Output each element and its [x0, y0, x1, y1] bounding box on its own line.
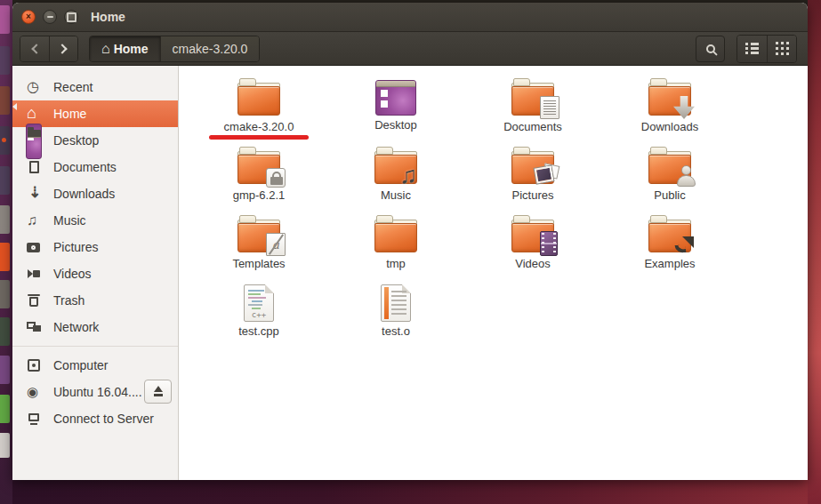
file-cmake-3.20.0[interactable]: cmake-3.20.0 — [190, 78, 327, 147]
sidebar-item-computer[interactable]: Computer — [12, 352, 178, 379]
sidebar-item-desktop[interactable]: Desktop — [12, 127, 178, 154]
list-view-button[interactable] — [737, 36, 767, 62]
file-test.o[interactable]: test.o — [327, 284, 464, 352]
sidebar-item-label: Home — [53, 107, 86, 121]
sidebar-list: Recent Home Desktop Documents Downloads … — [12, 66, 179, 480]
shortcut-emblem-icon — [674, 236, 694, 254]
sidebar-item-downloads[interactable]: Downloads — [12, 180, 178, 207]
sidebar-item-label: Network — [53, 320, 99, 334]
desktop-wallpaper-right — [808, 0, 821, 504]
launcher-icon-sliver[interactable] — [0, 205, 10, 234]
sidebar-item-connect-to-server[interactable]: Connect to Server — [12, 405, 178, 432]
folder-icon — [511, 215, 554, 254]
file-Pictures[interactable]: Pictures — [464, 147, 601, 215]
sidebar-item-label: Recent — [53, 80, 93, 94]
folder-icon — [374, 147, 417, 186]
sidebar-separator — [12, 346, 178, 347]
folder-icon — [648, 147, 691, 186]
maximize-button[interactable] — [64, 10, 78, 24]
folder-icon — [511, 78, 554, 117]
file-gmp-6.2.1[interactable]: gmp-6.2.1 — [190, 147, 327, 215]
sidebar-item-label: Music — [53, 213, 86, 228]
sidebar-item-ubuntu-volume[interactable]: Ubuntu 16.04.... — [12, 379, 178, 405]
launcher-icon-sliver[interactable] — [0, 46, 10, 75]
list-view-icon — [745, 43, 759, 54]
sidebar-item-documents[interactable]: Documents — [12, 154, 178, 180]
breadcrumb-home-label: Home — [114, 42, 149, 56]
launcher-icon-sliver[interactable] — [0, 395, 10, 423]
file-label: Music — [381, 188, 411, 202]
file-label: Downloads — [641, 120, 698, 133]
eject-button[interactable] — [144, 380, 172, 404]
launcher-icon-sliver[interactable] — [0, 356, 10, 384]
file-area: cmake-3.20.0 Desktop Documents Downloads… — [179, 66, 808, 480]
sidebar-item-label: Pictures — [53, 240, 99, 254]
sidebar-item-videos[interactable]: Videos — [12, 260, 178, 287]
videos-icon — [26, 266, 42, 282]
sidebar-item-label: Videos — [53, 267, 92, 281]
music-emblem-icon — [399, 163, 423, 188]
file-test.cpp[interactable]: test.cpp — [190, 284, 327, 352]
launcher-icon-sliver[interactable] — [0, 280, 10, 308]
breadcrumb-home[interactable]: Home — [90, 36, 160, 61]
file-Music[interactable]: Music — [327, 147, 464, 215]
sidebar-item-label: Ubuntu 16.04.... — [53, 385, 142, 399]
file-Desktop[interactable]: Desktop — [327, 78, 464, 147]
back-button[interactable] — [20, 36, 49, 61]
music-icon — [26, 212, 42, 228]
file-label: Documents — [503, 120, 562, 133]
file-label: Public — [654, 188, 685, 202]
sidebar-item-label: Connect to Server — [53, 412, 154, 426]
pictures-icon — [26, 239, 42, 255]
file-Videos[interactable]: Videos — [464, 215, 601, 284]
file-cpp-icon — [244, 284, 274, 322]
folder-icon — [648, 215, 691, 254]
sidebar-item-network[interactable]: Network — [12, 314, 178, 340]
close-button[interactable]: × — [21, 10, 36, 24]
folder-tab — [402, 284, 411, 293]
file-Documents[interactable]: Documents — [464, 78, 601, 147]
sidebar-item-label: Downloads — [53, 187, 115, 201]
file-tmp[interactable]: tmp — [327, 215, 464, 284]
launcher-icon-sliver[interactable] — [0, 243, 10, 271]
breadcrumb: Home cmake-3.20.0 — [89, 36, 260, 62]
minimize-button[interactable] — [43, 10, 57, 24]
folder-icon — [237, 147, 280, 186]
pictures-emblem-icon — [535, 164, 561, 188]
chevron-left-icon — [31, 44, 41, 53]
navigation-buttons — [20, 36, 78, 62]
launcher-icon-sliver[interactable] — [0, 166, 10, 195]
public-emblem-icon — [676, 165, 696, 188]
file-manager-window: × Home Home cmake-3.20.0 — [12, 3, 808, 480]
breadcrumb-cmake[interactable]: cmake-3.20.0 — [160, 36, 260, 61]
file-Templates[interactable]: Templates — [190, 215, 327, 284]
home-icon — [101, 41, 110, 57]
downloads-icon — [26, 186, 42, 202]
server-icon — [26, 411, 42, 427]
launcher-icon-sliver[interactable] — [0, 317, 10, 346]
folder-tab — [239, 215, 256, 223]
launcher-icon-sliver[interactable] — [0, 5, 10, 34]
desktop: × Home Home cmake-3.20.0 — [0, 0, 821, 504]
sidebar-item-label: Desktop — [53, 133, 99, 148]
toolbar-right — [696, 35, 797, 63]
file-Examples[interactable]: Examples — [601, 215, 738, 284]
forward-button[interactable] — [49, 36, 77, 61]
titlebar: × Home — [12, 3, 808, 32]
file-label: Examples — [644, 257, 695, 270]
launcher-icon-sliver[interactable] — [0, 86, 10, 115]
sidebar-item-trash[interactable]: Trash — [12, 287, 178, 314]
disc-icon — [26, 384, 42, 400]
grid-view-button[interactable] — [767, 36, 796, 62]
file-label: test.cpp — [238, 324, 279, 338]
file-Downloads[interactable]: Downloads — [601, 78, 738, 147]
file-Public[interactable]: Public — [601, 147, 738, 215]
launcher-icon-sliver[interactable] — [0, 126, 10, 155]
sidebar-item-music[interactable]: Music — [12, 207, 178, 234]
sidebar-item-recent[interactable]: Recent — [12, 74, 178, 100]
file-label: Templates — [232, 257, 285, 270]
launcher-icon-sliver[interactable] — [0, 433, 10, 458]
search-button[interactable] — [696, 36, 725, 62]
sidebar-item-pictures[interactable]: Pictures — [12, 234, 178, 260]
folder-icon — [237, 78, 280, 117]
